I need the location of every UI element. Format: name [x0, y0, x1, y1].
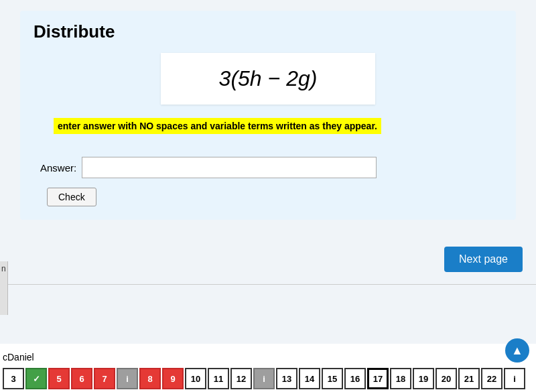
progress-cell-17[interactable]: 18: [390, 368, 411, 389]
next-page-button[interactable]: Next page: [444, 247, 523, 272]
student-name: cDaniel: [0, 349, 536, 365]
progress-cell-22[interactable]: i: [504, 368, 525, 389]
answer-input[interactable]: [82, 157, 377, 178]
progress-cell-18[interactable]: 19: [413, 368, 434, 389]
page-title: Distribute: [34, 21, 503, 42]
progress-cell-4[interactable]: 7: [94, 368, 115, 389]
progress-cell-10[interactable]: 12: [230, 368, 252, 389]
progress-cell-20[interactable]: 21: [458, 368, 480, 389]
progress-cell-1[interactable]: ✓: [25, 368, 47, 389]
progress-cell-19[interactable]: 20: [436, 368, 457, 389]
progress-cell-3[interactable]: 6: [71, 368, 92, 389]
equation-display: 3(5h − 2g): [161, 53, 375, 105]
arrow-up-icon: ▲: [511, 344, 523, 358]
left-panel: n: [0, 261, 8, 315]
progress-cell-7[interactable]: 9: [162, 368, 184, 389]
progress-cell-9[interactable]: 11: [208, 368, 229, 389]
scroll-up-button[interactable]: ▲: [505, 338, 529, 363]
progress-row: 3✓567i89101112i13141516171819202122i: [0, 365, 536, 392]
progress-cell-8[interactable]: 10: [185, 368, 206, 389]
equation-text: 3(5h − 2g): [219, 66, 318, 90]
progress-cell-6[interactable]: 8: [139, 368, 161, 389]
progress-cell-15[interactable]: 16: [344, 368, 366, 389]
progress-cell-16[interactable]: 17: [367, 368, 389, 389]
progress-cell-13[interactable]: 14: [299, 368, 320, 389]
instruction-text: enter answer with NO spaces and variable…: [54, 118, 381, 134]
next-page-row: Next page: [0, 237, 536, 281]
progress-cell-0[interactable]: 3: [3, 368, 24, 389]
progress-cell-11[interactable]: i: [253, 368, 275, 389]
bottom-section: cDaniel ▲ 3✓567i89101112i131415161718192…: [0, 344, 536, 392]
answer-label: Answer:: [40, 162, 76, 174]
progress-cell-12[interactable]: 13: [276, 368, 297, 389]
check-button[interactable]: Check: [47, 188, 96, 206]
progress-cell-5[interactable]: i: [117, 368, 138, 389]
student-initial: n: [0, 261, 7, 276]
progress-cell-21[interactable]: 22: [481, 368, 503, 389]
progress-cell-2[interactable]: 5: [48, 368, 70, 389]
progress-cell-14[interactable]: 15: [322, 368, 343, 389]
